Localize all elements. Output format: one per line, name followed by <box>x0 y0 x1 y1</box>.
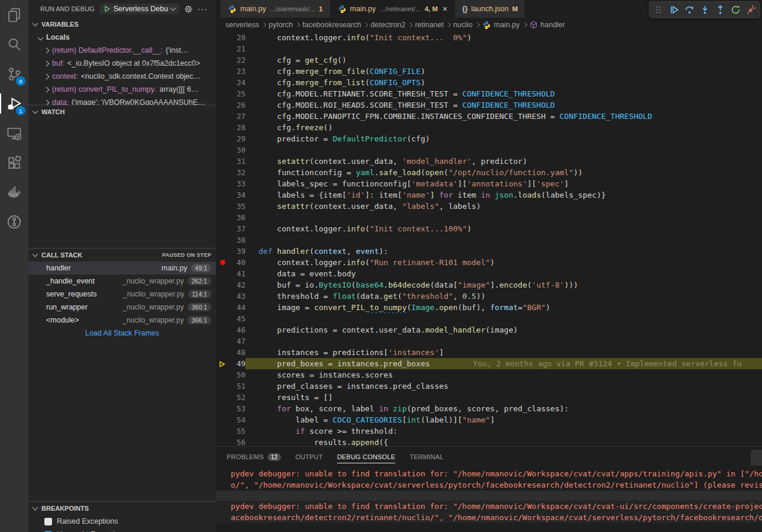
code-line: 34 labels = {item['id']: item['name'] fo… <box>216 189 762 201</box>
stack-frame-row[interactable]: run_wrapper_nuclio_wrapper.py360:1 <box>28 301 216 314</box>
gutter-icon-slot[interactable] <box>216 111 229 122</box>
step-out-button[interactable] <box>713 3 727 17</box>
breakpoint-icon[interactable] <box>220 260 225 265</box>
breakpoint-row[interactable]: Uncaught Exceptions <box>28 528 216 532</box>
call-stack-header[interactable]: CALL STACK PAUSED ON STEP <box>28 249 216 262</box>
gutter-icon-slot[interactable] <box>216 403 229 414</box>
breadcrumb-label: serverless <box>225 21 259 29</box>
panel-tab-problems[interactable]: PROBLEMS12 <box>227 447 281 467</box>
breadcrumb-item[interactable]: handler <box>529 21 566 29</box>
gutter-icon-slot[interactable] <box>216 212 229 223</box>
breakpoints-header[interactable]: BREAKPOINTS <box>28 502 216 515</box>
stack-frame-row[interactable]: _handle_event_nuclio_wrapper.py262:1 <box>28 275 216 288</box>
gutter-icon-slot[interactable] <box>216 347 229 358</box>
stack-frame-row[interactable]: handlermain.py49:1 <box>28 262 216 275</box>
gutter-icon-slot[interactable] <box>216 88 229 99</box>
gutter-icon-slot[interactable] <box>216 313 229 324</box>
gutter-icon-slot[interactable] <box>216 99 229 111</box>
panel-tab-output[interactable]: OUTPUT <box>295 447 322 467</box>
variable-row[interactable]: buf:<_io.BytesIO object at 0x7f5a2dc1ecc… <box>28 57 216 70</box>
drag-handle[interactable] <box>651 3 666 17</box>
variable-row[interactable]: (return) DefaultPredictor.__call__:{'ins… <box>28 44 216 57</box>
stack-frame-row[interactable]: <module>_nuclio_wrapper.py366:1 <box>28 314 216 327</box>
gutter-icon-slot[interactable] <box>216 392 229 403</box>
gutter-icon-slot[interactable] <box>216 414 229 425</box>
gutter-icon-slot[interactable] <box>216 201 229 212</box>
ci-circle-icon[interactable] <box>0 207 28 237</box>
gutter-icon-slot[interactable] <box>216 156 229 167</box>
breadcrumb-separator-icon <box>295 22 300 27</box>
gutter-icon-slot[interactable] <box>216 234 229 246</box>
gutter-icon-slot[interactable] <box>216 77 229 88</box>
variable-value: <nuclio_sdk.context.Context objec… <box>81 72 201 80</box>
gutter-icon-slot[interactable] <box>216 257 229 268</box>
step-over-button[interactable] <box>682 3 696 17</box>
frame-position-badge: 114:1 <box>188 290 212 298</box>
scope-locals[interactable]: Locals <box>28 31 216 44</box>
gutter-icon-slot[interactable] <box>216 336 229 347</box>
gutter-icon-slot[interactable] <box>216 32 229 43</box>
editor-tab[interactable]: {}launch.jsonM <box>455 0 525 18</box>
variables-header[interactable]: VARIABLES <box>28 18 216 31</box>
run-and-debug-icon[interactable]: 1 <box>0 89 28 118</box>
gear-icon[interactable] <box>184 5 193 14</box>
gutter-icon-slot[interactable] <box>216 381 229 392</box>
docker-icon[interactable] <box>0 178 28 207</box>
remote-explorer-icon[interactable] <box>0 118 28 148</box>
debug-config-dropdown[interactable]: Serverless Debu <box>99 4 179 14</box>
close-icon[interactable]: × <box>443 4 447 14</box>
gutter-icon-slot[interactable] <box>216 324 229 336</box>
breadcrumb-item[interactable]: detectron2 <box>370 21 405 29</box>
panel-corner-widget[interactable] <box>751 450 762 466</box>
more-actions-icon[interactable]: ··· <box>198 6 208 12</box>
disconnect-button[interactable] <box>744 3 758 17</box>
watch-header[interactable]: WATCH <box>28 105 216 118</box>
checkbox[interactable] <box>44 518 52 525</box>
gutter-icon-slot[interactable] <box>216 302 229 313</box>
code-editor[interactable]: 20 context.logger.info("Init context... … <box>216 32 762 446</box>
breakpoint-label: Raised Exceptions <box>57 517 118 525</box>
breadcrumb-item[interactable]: nuclio <box>453 21 473 29</box>
step-into-button[interactable] <box>698 3 712 17</box>
breakpoint-row[interactable]: Raised Exceptions <box>28 515 216 528</box>
gutter-icon-slot[interactable] <box>216 66 229 77</box>
breadcrumb-item[interactable]: retinanet <box>415 21 444 29</box>
gutter-icon-slot[interactable] <box>216 54 229 66</box>
gutter-icon-slot[interactable] <box>216 279 229 291</box>
gutter-icon-slot[interactable] <box>216 246 229 257</box>
gutter-icon-slot[interactable] <box>216 144 229 156</box>
editor-tab[interactable]: main.py.../retinanet/...4, M× <box>331 0 456 18</box>
breadcrumb-item[interactable]: main.py <box>482 21 520 30</box>
gutter-icon-slot[interactable] <box>216 291 229 302</box>
gutter-icon-slot[interactable] <box>216 122 229 133</box>
gutter-icon-slot[interactable] <box>216 178 229 189</box>
restart-button[interactable] <box>728 3 742 17</box>
breadcrumb-item[interactable]: serverless <box>225 21 259 29</box>
panel-tab-terminal[interactable]: TERMINAL <box>409 447 443 467</box>
extensions-icon[interactable] <box>0 148 28 178</box>
gutter-icon-slot[interactable] <box>216 358 229 369</box>
variable-row[interactable]: data:{'image': 'iVBORw0KGgoAAAANSUhE… <box>28 96 216 105</box>
gutter-icon-slot[interactable] <box>216 425 229 437</box>
gutter-icon-slot[interactable] <box>216 167 229 178</box>
gutter-icon-slot[interactable] <box>216 437 229 446</box>
source-control-icon[interactable]: 8 <box>0 59 28 89</box>
editor-tab[interactable]: main.py.../siammask/...1 <box>221 0 331 18</box>
gutter-icon-slot[interactable] <box>216 268 229 279</box>
continue-button[interactable] <box>667 3 681 17</box>
search-icon[interactable] <box>0 30 28 59</box>
explorer-icon[interactable] <box>0 0 28 30</box>
gutter-icon-slot[interactable] <box>216 189 229 201</box>
gutter-icon-slot[interactable] <box>216 133 229 144</box>
line-number: 52 <box>229 392 246 403</box>
gutter-icon-slot[interactable] <box>216 223 229 234</box>
breadcrumb-item[interactable]: facebookresearch <box>302 21 361 29</box>
breadcrumb-item[interactable]: pytorch <box>269 21 293 29</box>
variable-row[interactable]: (return) convert_PIL_to_numpy:array([[[ … <box>28 83 216 96</box>
load-all-stack-frames-link[interactable]: Load All Stack Frames <box>28 327 216 340</box>
gutter-icon-slot[interactable] <box>216 369 229 381</box>
panel-tab-debug-console[interactable]: DEBUG CONSOLE <box>337 447 396 467</box>
variable-row[interactable]: context:<nuclio_sdk.context.Context obje… <box>28 70 216 83</box>
stack-frame-row[interactable]: serve_requests_nuclio_wrapper.py114:1 <box>28 288 216 301</box>
gutter-icon-slot[interactable] <box>216 43 229 54</box>
